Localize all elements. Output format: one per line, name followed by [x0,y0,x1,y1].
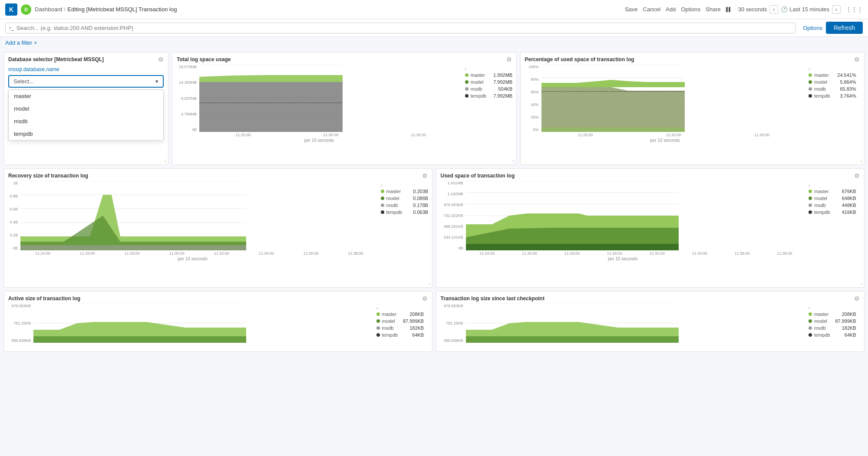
search-prompt-icon: ›_ [9,25,14,31]
search-input[interactable] [17,25,792,31]
dropdown-menu: master model msdb tempdb [8,89,164,141]
total-log-chart [199,65,343,132]
dropdown-item-master[interactable]: master [9,90,163,102]
y-label-3: 9.537MB [176,96,197,101]
pct-used-legend: master 24.541% model 5.864% msdb [809,72,856,98]
legend-dot-msdb [465,87,469,91]
active-legend-expand[interactable]: › [376,305,378,311]
recovery-size-chart [20,181,246,250]
pct-used-title: Percentage of used space of transaction … [525,56,634,62]
save-button[interactable]: Save [625,6,638,13]
used-space-gear-icon[interactable]: ⚙ [854,172,860,179]
active-size-title: Active size of transaction log [8,295,80,302]
add-button[interactable]: Add [666,6,676,13]
pct-y-4: 40% [524,102,539,107]
breadcrumb-home[interactable]: Dashboard [35,6,63,13]
pct-legend-expand-icon[interactable]: › [809,66,810,72]
used-space-chart [466,181,679,250]
recovery-legend-expand[interactable]: › [381,183,383,188]
toolbar-actions: Save Cancel Add Options Share 30 seconds… [625,5,863,14]
dashboard-row-1: Database selector [Metricbeat MSSQL] ⚙ m… [3,52,865,165]
recovery-size-title: Recovery size of transaction log [8,173,88,179]
share-button[interactable]: Share [706,6,721,13]
x-label-3: 11:35:00 [411,133,426,137]
dropdown-item-model[interactable]: model [9,102,163,115]
y-label-4: 4.768MB [176,112,197,116]
pct-x-2: 11:30:00 [666,133,681,137]
dropdown-item-msdb[interactable]: msdb [9,115,163,128]
search-options-button[interactable]: Options [803,25,822,31]
svg-marker-44 [466,336,679,343]
legend-expand-icon[interactable]: › [465,66,467,72]
resize-handle[interactable]: ⤡ [860,159,863,164]
refresh-button[interactable]: Refresh [826,22,863,34]
pct-used-chart [541,65,685,132]
used-space-panel: Used space of transaction log ⚙ 1.431MB … [436,168,865,288]
total-log-gear-icon[interactable]: ⚙ [506,56,512,63]
legend-dot-tempdb [465,94,469,98]
pct-x-1: 11:25:00 [578,133,593,137]
pct-dot-master [809,73,812,77]
total-log-title: Total log space usage [177,56,231,62]
total-log-footer: per 10 seconds [176,138,462,143]
resize-handle[interactable]: ⤡ [428,282,431,286]
used-legend-tempdb: tempdb 416KB [809,210,856,215]
legend-item-model: model 7.992MB [465,79,513,85]
pause-button[interactable] [726,7,736,13]
pct-used-footer: per 10 seconds [524,138,806,143]
breadcrumb-sep: / [64,6,66,13]
dropdown-item-tempdb[interactable]: tempdb [9,128,163,140]
dot-grid-icon[interactable]: ⋮⋮⋮ [846,6,863,13]
checkpoint-chart-wrap: 976.563KB 781.25KB 585.938KB [440,304,806,343]
legend-dot-model [465,80,469,84]
checkpoint-chart [466,304,679,343]
svg-marker-34 [466,244,679,250]
clock-icon: 🕐 [781,6,788,13]
resize-handle[interactable]: ⤡ [512,159,515,164]
pct-x-3: 11:35:00 [754,133,769,137]
pct-dot-tempdb [809,94,812,98]
used-space-title: Used space of transaction log [441,173,515,179]
recovery-size-panel: Recovery size of transaction log ⚙ 1B 0.… [3,168,432,288]
checkpoint-title: Transaction log size since last checkpoi… [441,295,545,302]
selector-panel: Database selector [Metricbeat MSSQL] ⚙ m… [3,52,168,165]
time-prev-button[interactable]: ‹ [769,5,778,14]
rec-legend-msdb: msdb 0.178B [381,203,429,208]
svg-marker-13 [541,87,685,132]
svg-marker-15 [541,80,685,87]
time-next-button[interactable]: › [832,5,841,14]
pct-y-2: 80% [524,77,539,82]
legend-dot-master [465,73,469,77]
checkpoint-legend-expand[interactable]: › [809,305,810,311]
resize-handle[interactable]: ⤡ [860,282,863,286]
options-button[interactable]: Options [681,6,700,13]
time-nav: 30 seconds ‹ 🕐 Last 15 minutes › [726,5,841,14]
resize-handle[interactable]: ⤡ [164,159,167,164]
rec-legend-master: master 0.203B [381,189,429,194]
select-dropdown[interactable]: Select... ▾ [8,75,164,88]
breadcrumb-current: Editing [Metricbeat MSSQL] Transaction l… [67,6,177,13]
used-space-chart-wrap: 1.431MB 1.192MB 976.563KB 732.422KB 488.… [440,181,806,261]
rec-legend-tempdb: tempdb 0.063B [381,210,429,215]
pct-used-gear-icon[interactable]: ⚙ [854,56,860,63]
used-space-footer: per 10 seconds [440,256,806,261]
selector-gear-icon[interactable]: ⚙ [158,56,164,63]
used-space-legend-expand[interactable]: › [809,183,810,188]
dashboard: Database selector [Metricbeat MSSQL] ⚙ m… [0,49,868,355]
select-placeholder: Select... [13,78,34,85]
cancel-button[interactable]: Cancel [643,6,660,13]
recovery-chart-wrap: 1B 0.8B 0.6B 0.4B 0.2B 0B [7,181,378,261]
svg-marker-5 [199,75,343,82]
pct-dot-msdb [809,87,812,91]
add-filter-button[interactable]: Add a filter + [5,39,863,46]
active-legend: master 208KB model 87.999KB msdb [376,312,424,338]
svg-marker-6 [199,82,343,132]
search-input-wrapper[interactable]: ›_ [5,23,796,33]
active-size-panel: Active size of transaction log ⚙ 976.563… [3,291,432,352]
recovery-size-gear-icon[interactable]: ⚙ [422,172,428,179]
checkpoint-gear-icon[interactable]: ⚙ [854,295,860,302]
recovery-footer: per 10 seconds [7,256,378,261]
pct-legend-msdb: msdb 65.83% [809,86,856,92]
used-space-legend: master 676KB model 648KB msdb [809,189,856,215]
active-size-gear-icon[interactable]: ⚙ [422,295,428,302]
